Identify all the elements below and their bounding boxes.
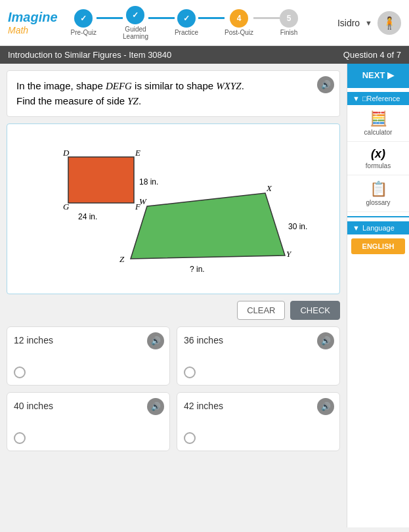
choice-c-text: 40 inches bbox=[14, 401, 53, 411]
step-pre-quiz: ✓ Pre-Quiz bbox=[71, 9, 97, 36]
choice-c[interactable]: 🔊 40 inches bbox=[7, 392, 170, 451]
audio-icon-b[interactable]: 🔊 bbox=[317, 332, 334, 349]
language-label: Language bbox=[362, 224, 395, 232]
user-dropdown-icon[interactable]: ▼ bbox=[365, 19, 372, 27]
step-label-5: Finish bbox=[280, 29, 298, 36]
language-header[interactable]: ▼ Language bbox=[347, 221, 409, 234]
step-line-1 bbox=[97, 17, 123, 19]
side-name: YZ bbox=[127, 96, 139, 106]
svg-text:E: E bbox=[135, 148, 140, 158]
reference-header[interactable]: ▼ □Reference bbox=[347, 92, 409, 105]
glossary-icon: 📋 bbox=[370, 181, 387, 198]
step-line-3 bbox=[198, 17, 225, 19]
step-label-2: GuidedLearning bbox=[123, 26, 148, 40]
svg-text:Z: Z bbox=[119, 254, 125, 264]
audio-icon-d[interactable]: 🔊 bbox=[317, 398, 334, 415]
geometry-svg: D E G F 24 in. 18 in. W X Y Z 30 in. ? i… bbox=[14, 131, 333, 282]
audio-icon-question[interactable]: 🔊 bbox=[317, 76, 334, 93]
item-bar: Introduction to Similar Figures - Item 3… bbox=[0, 46, 409, 64]
svg-marker-7 bbox=[131, 193, 285, 259]
choice-c-radio[interactable] bbox=[14, 432, 26, 444]
language-section: ▼ Language ENGLISH bbox=[347, 216, 409, 262]
question-box: 🔊 In the image, shape DEFG is similar to… bbox=[7, 70, 340, 117]
shape1-name: DEFG bbox=[106, 81, 132, 91]
step-guided: ✓ GuidedLearning bbox=[123, 6, 148, 40]
choice-c-audio[interactable]: 🔊 bbox=[147, 398, 164, 415]
glossary-label: glossary bbox=[366, 199, 390, 206]
logo-area: Imagine Math bbox=[8, 10, 58, 35]
choice-b-audio[interactable]: 🔊 bbox=[317, 332, 334, 349]
step-label-3: Practice bbox=[175, 29, 198, 36]
svg-text:X: X bbox=[266, 183, 272, 193]
english-button[interactable]: ENGLISH bbox=[351, 238, 405, 254]
choice-d[interactable]: 🔊 42 inches bbox=[177, 392, 340, 451]
step-label-4: Post-Quiz bbox=[225, 29, 253, 36]
step-post-quiz: 4 Post-Quiz bbox=[225, 9, 253, 36]
shape2-name: WXYZ bbox=[216, 81, 241, 91]
svg-text:W: W bbox=[139, 196, 147, 206]
clear-button[interactable]: CLEAR bbox=[237, 301, 285, 320]
reference-label: □Reference bbox=[362, 95, 400, 102]
user-avatar: 🧍 bbox=[377, 11, 401, 35]
right-sidebar: NEXT ▶ ▼ □Reference 🧮 calculator (x) for… bbox=[347, 64, 409, 527]
choice-d-text: 42 inches bbox=[184, 401, 223, 411]
choice-b[interactable]: 🔊 36 inches bbox=[177, 326, 340, 386]
svg-text:18 in.: 18 in. bbox=[139, 177, 158, 187]
step-circle-3: ✓ bbox=[177, 9, 196, 28]
next-label: NEXT bbox=[362, 70, 385, 80]
question-text: In the image, shape DEFG is similar to s… bbox=[16, 79, 330, 108]
logo-math: Math bbox=[8, 25, 58, 35]
choice-a-text: 12 inches bbox=[14, 335, 53, 345]
step-label-1: Pre-Quiz bbox=[71, 29, 97, 36]
step-circle-2: ✓ bbox=[126, 6, 144, 24]
audio-icon-a[interactable]: 🔊 bbox=[147, 332, 164, 349]
step-circle-4: 4 bbox=[230, 9, 248, 28]
language-chevron: ▼ bbox=[353, 224, 360, 232]
calculator-tool[interactable]: 🧮 calculator bbox=[347, 105, 409, 142]
reference-section: ▼ □Reference 🧮 calculator (x) formulas 📋… bbox=[347, 87, 409, 216]
step-line-4 bbox=[253, 17, 280, 19]
image-container: D E G F 24 in. 18 in. W X Y Z 30 in. ? i… bbox=[7, 123, 340, 294]
audio-icon-c[interactable]: 🔊 bbox=[147, 398, 164, 415]
formulas-tool[interactable]: (x) formulas bbox=[347, 142, 409, 175]
check-button[interactable]: CHECK bbox=[290, 301, 340, 320]
step-circle-1: ✓ bbox=[74, 9, 93, 28]
left-panel: 🔊 In the image, shape DEFG is similar to… bbox=[0, 64, 347, 527]
svg-text:Y: Y bbox=[286, 249, 292, 259]
next-arrow-icon: ▶ bbox=[387, 70, 394, 80]
next-button[interactable]: NEXT ▶ bbox=[347, 64, 409, 87]
calculator-icon: 🧮 bbox=[370, 110, 387, 127]
progress-bar: ✓ Pre-Quiz ✓ GuidedLearning ✓ Practice 4… bbox=[71, 6, 331, 40]
choice-a[interactable]: 🔊 12 inches bbox=[7, 326, 170, 386]
reference-chevron: ▼ bbox=[353, 95, 360, 102]
question-count: Question 4 of 7 bbox=[343, 50, 401, 60]
logo-imagine: Imagine bbox=[8, 10, 58, 25]
choice-b-radio[interactable] bbox=[184, 366, 196, 378]
user-area: Isidro ▼ 🧍 bbox=[337, 11, 401, 35]
choices-grid: 🔊 12 inches 🔊 36 inches 🔊 40 inches bbox=[7, 326, 340, 451]
step-finish: 5 Finish bbox=[280, 9, 298, 36]
svg-text:? in.: ? in. bbox=[190, 265, 205, 274]
choice-b-text: 36 inches bbox=[184, 335, 223, 345]
svg-text:30 in.: 30 in. bbox=[288, 222, 307, 231]
header: Imagine Math ✓ Pre-Quiz ✓ GuidedLearning… bbox=[0, 0, 409, 46]
main-content: 🔊 In the image, shape DEFG is similar to… bbox=[0, 64, 409, 527]
item-title: Introduction to Similar Figures - Item 3… bbox=[8, 50, 171, 60]
svg-text:24 in.: 24 in. bbox=[78, 212, 97, 221]
calculator-label: calculator bbox=[364, 129, 393, 136]
choice-a-radio[interactable] bbox=[14, 366, 26, 378]
svg-text:D: D bbox=[62, 148, 70, 158]
svg-rect-0 bbox=[68, 157, 134, 203]
choice-d-radio[interactable] bbox=[184, 432, 196, 444]
choice-a-audio[interactable]: 🔊 bbox=[147, 332, 164, 349]
formulas-label: formulas bbox=[366, 162, 391, 169]
question-audio-btn[interactable]: 🔊 bbox=[317, 76, 334, 93]
svg-text:G: G bbox=[63, 202, 70, 211]
choice-d-audio[interactable]: 🔊 bbox=[317, 398, 334, 415]
user-name: Isidro bbox=[337, 18, 360, 28]
step-line-2 bbox=[148, 17, 175, 19]
glossary-tool[interactable]: 📋 glossary bbox=[347, 175, 409, 212]
action-buttons: CLEAR CHECK bbox=[7, 301, 340, 320]
formulas-icon: (x) bbox=[371, 147, 385, 161]
step-circle-5: 5 bbox=[280, 9, 298, 28]
